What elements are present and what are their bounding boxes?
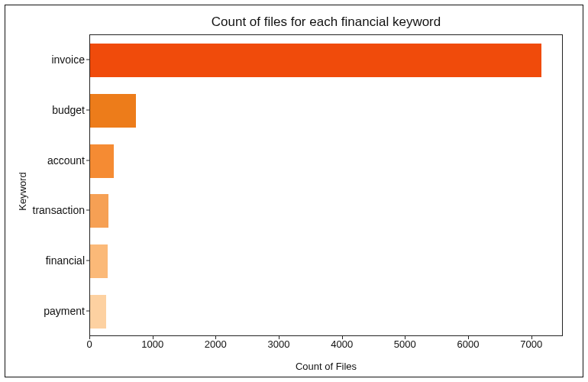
x-tick-mark [153,336,153,339]
x-tick-label: 2000 [205,338,227,350]
bar-invoice [90,44,541,77]
y-tick-label: payment [44,305,85,317]
y-tick-label: transaction [33,204,85,216]
y-tick-label: invoice [51,53,85,66]
x-tick-mark [468,336,469,339]
x-tick-label: 7000 [520,338,542,350]
bar-financial [90,244,108,278]
y-tick-label: account [47,154,85,167]
y-tick-mark [86,109,89,110]
x-tick-label: 0 [86,338,92,350]
x-tick-mark [342,336,343,339]
y-tick-mark [86,160,89,160]
x-tick-mark [531,336,532,339]
x-tick-label: 4000 [331,338,353,350]
x-tick-label: 3000 [268,338,290,350]
chart-frame: Count of files for each financial keywor… [5,5,583,377]
bar-transaction [90,194,108,228]
x-tick-label: 1000 [141,338,163,350]
x-axis-label: Count of Files [89,361,563,372]
x-tick-label: 5000 [394,338,416,350]
y-tick-mark [86,261,89,261]
x-tick-mark [89,336,90,339]
x-tick-mark [405,336,405,339]
y-axis-label: Keyword [15,5,30,377]
y-tick-label: financial [46,254,85,267]
bar-account [90,144,114,178]
y-tick-mark [86,210,89,211]
y-axis-label-text: Keyword [17,172,28,211]
y-tick-label: budget [52,104,85,116]
bar-payment [90,295,106,329]
plot-area [89,34,563,336]
x-tick-label: 6000 [457,338,480,350]
bar-budget [90,94,136,128]
x-tick-mark [279,336,279,339]
y-tick-mark [86,59,89,60]
y-tick-mark [86,311,89,312]
x-tick-mark [215,336,216,339]
chart-title: Count of files for each financial keywor… [89,15,563,30]
